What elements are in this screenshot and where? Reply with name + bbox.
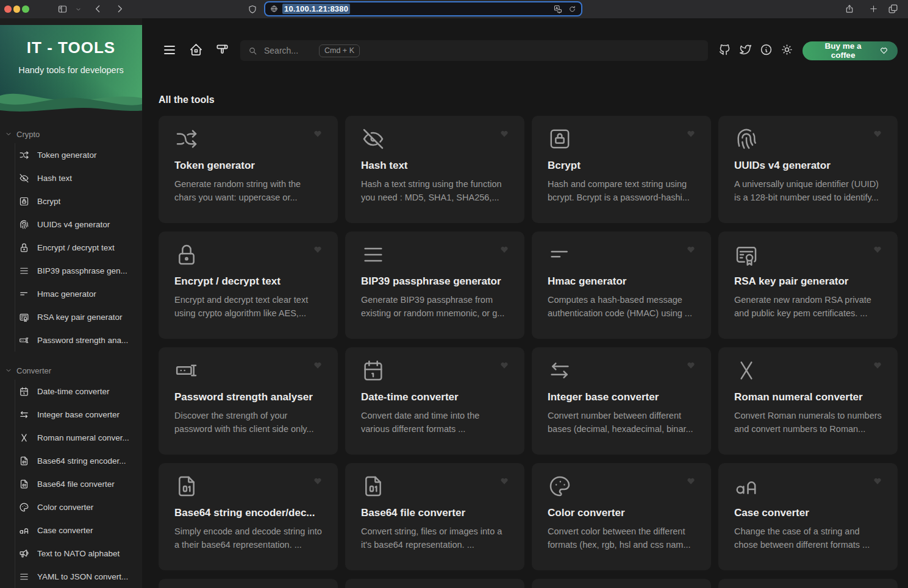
page-title: All the tools — [159, 94, 898, 105]
search-input[interactable] — [264, 46, 319, 55]
tool-card[interactable]: Roman numeral converterConvert Roman num… — [718, 347, 898, 455]
sidebar-item[interactable]: Base64 string encoder... — [15, 449, 142, 472]
sidebar-item[interactable]: YAML to JSON convert... — [15, 565, 142, 588]
calendar-icon — [361, 358, 385, 383]
tool-card-partial[interactable] — [345, 579, 524, 588]
back-button[interactable] — [93, 4, 103, 14]
tool-card[interactable]: Password strength analyserDiscover the s… — [159, 347, 338, 455]
sidebar-item[interactable]: Text to NATO alphabet — [15, 542, 142, 565]
zoom-button[interactable] — [22, 5, 29, 13]
shuffle-icon — [174, 127, 199, 151]
sidebar-item[interactable]: RSA key pair generator — [15, 305, 142, 328]
tool-card[interactable]: UUIDs v4 generatorA universally unique i… — [718, 116, 898, 223]
favorite-heart-icon[interactable] — [873, 361, 882, 370]
tool-card-description: Convert color between the different form… — [548, 525, 695, 551]
favorite-heart-icon[interactable] — [313, 245, 323, 254]
reload-button[interactable] — [568, 5, 576, 13]
favorite-heart-icon[interactable] — [873, 245, 882, 254]
favorite-heart-icon[interactable] — [313, 361, 323, 370]
tool-card-title: UUIDs v4 generator — [734, 160, 882, 172]
tool-card[interactable]: Hmac generatorComputes a hash-based mess… — [532, 232, 711, 339]
favorite-heart-icon[interactable] — [686, 361, 696, 370]
favorite-heart-icon[interactable] — [499, 245, 509, 254]
tool-card[interactable]: Base64 file converterConvert string, fil… — [345, 463, 524, 570]
tool-card-partial[interactable] — [159, 579, 338, 588]
sidebar-item[interactable]: Hmac generator — [15, 282, 142, 305]
lock-icon — [174, 243, 199, 267]
github-button[interactable] — [718, 43, 731, 58]
home-button[interactable] — [177, 43, 203, 58]
sidebar-item[interactable]: Integer base converter — [15, 403, 142, 426]
theme-toggle-button[interactable] — [781, 43, 793, 58]
tool-card[interactable]: RSA key pair generatorGenerate new rando… — [718, 232, 898, 339]
favorite-heart-icon[interactable] — [686, 129, 696, 138]
address-bar[interactable]: 10.100.1.21:8380 — [264, 1, 582, 16]
share-button[interactable] — [845, 3, 854, 15]
menu-toggle-button[interactable] — [159, 43, 177, 59]
ui-theme-button[interactable] — [203, 43, 229, 58]
favorite-heart-icon[interactable] — [499, 361, 509, 370]
tool-card[interactable]: Encrypt / decrypt textEncrypt and decryp… — [159, 232, 338, 339]
translate-icon[interactable] — [553, 5, 563, 13]
url-text[interactable]: 10.100.1.21:8380 — [282, 4, 350, 14]
tool-card-partial[interactable] — [532, 579, 711, 588]
sidebar-item[interactable]: Date-time converter — [15, 380, 142, 403]
twitter-button[interactable] — [739, 43, 752, 58]
section-header[interactable]: Converter — [0, 361, 142, 380]
sidebar-item[interactable]: Password strength ana... — [15, 328, 142, 352]
favorite-heart-icon[interactable] — [873, 129, 882, 138]
about-button[interactable] — [760, 43, 773, 58]
sidebar-item[interactable]: Encrypt / decrypt text — [15, 236, 142, 259]
sidebar-toggle-icon[interactable] — [57, 4, 68, 14]
tool-card[interactable]: Hash textHash a text string using the fu… — [345, 116, 524, 223]
sidebar-item[interactable]: Base64 file converter — [15, 472, 142, 495]
topbar-actions — [718, 43, 793, 58]
favorite-heart-icon[interactable] — [499, 476, 509, 486]
search-bar[interactable]: Cmd + K — [240, 40, 708, 61]
tab-overview-button[interactable] — [888, 4, 898, 14]
favorite-heart-icon[interactable] — [686, 245, 696, 254]
favorite-heart-icon[interactable] — [499, 129, 509, 138]
tool-card-title: Hash text — [361, 160, 509, 172]
privacy-shield-icon[interactable] — [248, 4, 257, 15]
file-digit-icon — [19, 479, 29, 489]
section-header[interactable]: Crypto — [0, 125, 142, 143]
tool-card-title: RSA key pair generator — [734, 275, 882, 288]
sidebar-item[interactable]: Token generator — [15, 143, 142, 166]
sidebar-item-label: BIP39 passphrase gen... — [37, 266, 127, 275]
sidebar-item[interactable]: Bcrypt — [15, 190, 142, 213]
forward-button[interactable] — [115, 4, 125, 14]
close-button[interactable] — [4, 5, 12, 13]
tool-card-description: A universally unique identifier (UUID) i… — [734, 177, 882, 204]
tool-card[interactable]: Date-time converterConvert date and time… — [345, 347, 524, 455]
heart-outline-icon — [879, 46, 888, 55]
sidebar-item[interactable]: Roman numeral conver... — [15, 426, 142, 449]
tool-card[interactable]: Base64 string encoder/dec...Simply encod… — [159, 463, 338, 570]
sidebar-item[interactable]: Case converter — [15, 519, 142, 542]
favorite-heart-icon[interactable] — [873, 476, 882, 486]
tool-card-partial[interactable] — [718, 579, 898, 588]
tool-card[interactable]: Color converterConvert color between the… — [532, 463, 711, 570]
tool-card[interactable]: Integer base converterConvert number bet… — [532, 347, 711, 455]
chevron-down-icon[interactable] — [75, 7, 82, 12]
tool-card[interactable]: Case converterChange the case of a strin… — [718, 463, 898, 570]
sidebar-item[interactable]: UUIDs v4 generator — [15, 213, 142, 236]
tool-card[interactable]: BcryptHash and compare text string using… — [532, 116, 711, 223]
buy-me-a-coffee-button[interactable]: Buy me a coffee — [803, 41, 898, 60]
sidebar-item[interactable]: Color converter — [15, 495, 142, 519]
favorite-heart-icon[interactable] — [313, 476, 323, 486]
tool-card[interactable]: BIP39 passphrase generatorGenerate BIP39… — [345, 232, 524, 339]
section-label: Converter — [16, 366, 51, 375]
tool-card-description: Change the case of a string and chose be… — [734, 525, 882, 551]
sidebar-item[interactable]: Hash text — [15, 166, 142, 190]
favorite-heart-icon[interactable] — [686, 476, 696, 486]
new-tab-button[interactable] — [869, 4, 878, 13]
tool-card-title: Hmac generator — [548, 275, 695, 288]
tool-card-title: Color converter — [548, 507, 695, 519]
menu-lines-icon — [19, 572, 29, 582]
sidebar-item[interactable]: BIP39 passphrase gen... — [15, 259, 142, 282]
tool-card[interactable]: Token generatorGenerate random string wi… — [159, 116, 338, 223]
window-controls — [4, 5, 29, 13]
minimize-button[interactable] — [13, 5, 21, 13]
favorite-heart-icon[interactable] — [313, 129, 323, 138]
